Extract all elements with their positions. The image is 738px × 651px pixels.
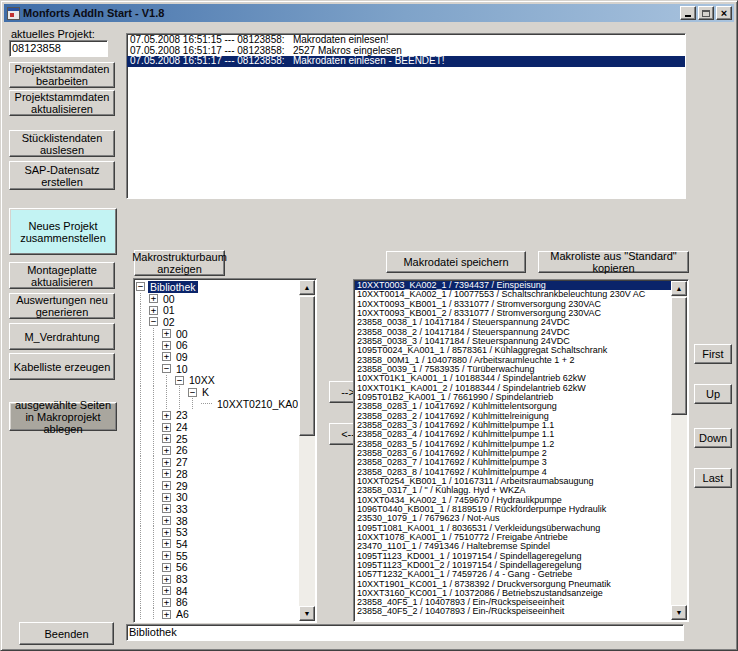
macro-list-item[interactable]: 23858_0317_1 / " / Kühlagg. Hyd + WKZA <box>355 486 671 495</box>
auswertungen-neu-generieren-button[interactable]: Auswertungen neu generieren <box>9 293 115 319</box>
tree-row[interactable]: +A6 <box>136 608 298 620</box>
tree-scrollbar[interactable]: ▲ ▼ <box>299 280 315 621</box>
expand-icon[interactable]: + <box>162 539 171 548</box>
expand-icon[interactable]: + <box>162 411 171 420</box>
macro-list-item[interactable]: 1095T1081_KA001_1 / 8036531 / Verkleidun… <box>355 524 671 533</box>
tree-node-label[interactable]: 28 <box>174 468 190 480</box>
macro-list-item[interactable]: 23858_0283_1 / 10417692 / Kühlmittelents… <box>355 402 671 411</box>
expand-icon[interactable]: + <box>162 551 171 560</box>
tree-row[interactable]: +38 <box>136 515 298 527</box>
macro-list-item[interactable]: 10XXT0254_KB001_1 / 10167311 / Arbeitsra… <box>355 477 671 486</box>
macro-tree[interactable]: −Bibliothek+00+01−02+00+06+09−10−10XX−K1… <box>133 278 317 623</box>
tree-row[interactable]: +33 <box>136 503 298 515</box>
tree-node-label[interactable]: 54 <box>174 538 190 550</box>
tree-row[interactable]: +01 <box>136 304 298 316</box>
macro-list-item[interactable]: 23858_0283_5 / 10417692 / Kühlmittelpump… <box>355 440 671 449</box>
expand-icon[interactable]: + <box>162 469 171 478</box>
scroll-down-icon[interactable]: ▼ <box>671 605 687 620</box>
tree-row[interactable]: +24 <box>136 421 298 433</box>
makroliste-kopieren-button[interactable]: Makroliste aus "Standard" kopieren <box>538 251 689 273</box>
expand-icon[interactable]: + <box>162 341 171 350</box>
tree-node-label[interactable]: 56 <box>174 561 190 573</box>
tree-node-label[interactable]: 55 <box>174 550 190 562</box>
tree-row[interactable]: +00 <box>136 328 298 340</box>
macro-list-item[interactable]: 10XXT0003_KA002_1 / 7394437 / Einspeisun… <box>355 281 671 290</box>
makrodatei-speichern-button[interactable]: Makrodatei speichern <box>386 251 526 273</box>
library-path-field[interactable]: Bibliothek <box>126 624 684 641</box>
tree-row[interactable]: +06 <box>136 339 298 351</box>
macro-list-item[interactable]: 10XXT3160_KC001_1 / 10372086 / Betriebsz… <box>355 589 671 598</box>
tree-node-label[interactable]: 30 <box>174 491 190 503</box>
tree-row[interactable]: +55 <box>136 550 298 562</box>
tree-node-label[interactable]: 23 <box>174 409 190 421</box>
macro-list-item[interactable]: 10XXT1901_KC001_1 / 8738392 / Druckverso… <box>355 580 671 589</box>
tree-node-label[interactable]: 86 <box>174 596 190 608</box>
tree-node-label[interactable]: 24 <box>174 421 190 433</box>
tree-row[interactable]: +56 <box>136 562 298 574</box>
macro-list[interactable]: 10XXT0003_KA002_1 / 7394437 / Einspeisun… <box>353 279 689 622</box>
current-project-input[interactable]: 08123858 <box>9 40 108 57</box>
makrostrukturbaum-anzeigen-button[interactable]: Makrostrukturbaum anzeigen <box>134 250 225 276</box>
macro-list-item[interactable]: 23530_1079_1 / 7679623 / Not-Aus <box>355 514 671 523</box>
expand-icon[interactable]: + <box>162 563 171 572</box>
macro-list-item[interactable]: 10XXT0093_KB001_1 / 8331077 / Stromverso… <box>355 300 671 309</box>
tree-row[interactable]: +27 <box>136 456 298 468</box>
tree-row[interactable]: +54 <box>136 538 298 550</box>
list-scrollbar[interactable]: ▲ ▼ <box>671 281 687 620</box>
tree-node-label[interactable]: 10XXT0210_KA001_1 <box>215 398 298 410</box>
expand-icon[interactable]: + <box>162 528 171 537</box>
tree-node-label[interactable]: 01 <box>161 304 177 316</box>
macro-list-item[interactable]: 23858_0283_2 / 10417692 / Kühlmittelrein… <box>355 412 671 421</box>
tree-node-label[interactable]: 10 <box>174 363 190 375</box>
macro-list-item[interactable]: 1095T01B2_KA001_1 / 7661990 / Spindelant… <box>355 393 671 402</box>
tree-row[interactable]: +30 <box>136 491 298 503</box>
expand-icon[interactable]: + <box>162 329 171 338</box>
log-line[interactable]: 07.05.2008 16:51:15 --- 08123858: Makrod… <box>127 35 685 46</box>
tree-node-label[interactable]: 02 <box>161 316 177 328</box>
expand-icon[interactable]: + <box>162 446 171 455</box>
macro-list-item[interactable]: 23858_40F5_2 / 10407893 / Ein-/Rückspeis… <box>355 607 671 616</box>
expand-icon[interactable]: + <box>149 306 158 315</box>
maximize-button[interactable] <box>698 6 714 20</box>
expand-icon[interactable]: + <box>162 493 171 502</box>
sap-datensatz-erstellen-button[interactable]: SAP-Datensatz erstellen <box>9 161 115 190</box>
tree-row[interactable]: +09 <box>136 351 298 363</box>
expand-icon[interactable]: + <box>162 586 171 595</box>
macro-list-item[interactable]: 1095T0024_KA001_1 / 8578361 / Kühlaggreg… <box>355 346 671 355</box>
macro-list-item[interactable]: 23858_0038_3 / 10417184 / Steuerspannung… <box>355 337 671 346</box>
expand-icon[interactable]: + <box>162 504 171 513</box>
tree-node-label[interactable]: A6 <box>174 608 191 620</box>
montageplatte-aktualisieren-button[interactable]: Montageplatte aktualisieren <box>9 262 115 289</box>
tree-row[interactable]: +86 <box>136 597 298 609</box>
kabelliste-erzeugen-button[interactable]: Kabelliste erzeugen <box>9 353 115 380</box>
collapse-icon[interactable]: − <box>175 376 184 385</box>
tree-node-label[interactable]: 83 <box>174 573 190 585</box>
tree-row[interactable]: −Bibliothek <box>136 281 298 293</box>
macro-list-item[interactable]: 10XXT0093_KB001_2 / 8331077 / Stromverso… <box>355 309 671 318</box>
macro-list-item[interactable]: 23858_0283_8 / 10417692 / Kühlmittelpump… <box>355 468 671 477</box>
tree-node-label[interactable]: 00 <box>161 293 177 305</box>
macro-list-item[interactable]: 23858_0283_7 / 10417692 / Kühlmittelpump… <box>355 458 671 467</box>
tree-row[interactable]: +53 <box>136 526 298 538</box>
tree-node-label[interactable]: 25 <box>174 433 190 445</box>
tree-row[interactable]: −K <box>136 386 298 398</box>
macro-list-item[interactable]: 23858_0038_2 / 10417184 / Steuerspannung… <box>355 328 671 337</box>
macro-list-item[interactable]: 1095T1123_KD001_2 / 10197154 / Spindella… <box>355 561 671 570</box>
beenden-button[interactable]: Beenden <box>19 622 114 645</box>
tree-node-label[interactable]: 10XX <box>187 374 217 386</box>
log-line[interactable]: 07.05.2008 16:51:17 --- 08123858: Makrod… <box>127 56 685 67</box>
collapse-icon[interactable]: − <box>136 282 145 291</box>
expand-icon[interactable]: + <box>162 598 171 607</box>
tree-node-label[interactable]: 27 <box>174 456 190 468</box>
tree-node-label[interactable]: Bibliothek <box>148 281 198 293</box>
tree-row[interactable]: +26 <box>136 445 298 457</box>
scroll-down-icon[interactable]: ▼ <box>299 606 315 621</box>
macro-list-item[interactable]: 10XXT01K1_KA001_2 / 10188344 / Spindelan… <box>355 384 671 393</box>
collapse-icon[interactable]: − <box>188 388 197 397</box>
expand-icon[interactable]: + <box>162 516 171 525</box>
tree-node-label[interactable]: K <box>200 386 211 398</box>
expand-icon[interactable]: + <box>162 458 171 467</box>
log-box[interactable]: 07.05.2008 16:51:15 --- 08123858: Makrod… <box>126 33 686 199</box>
expand-icon[interactable]: + <box>149 294 158 303</box>
macro-list-item[interactable]: 10XXT01K1_KA001_1 / 10188344 / Spindelan… <box>355 374 671 383</box>
